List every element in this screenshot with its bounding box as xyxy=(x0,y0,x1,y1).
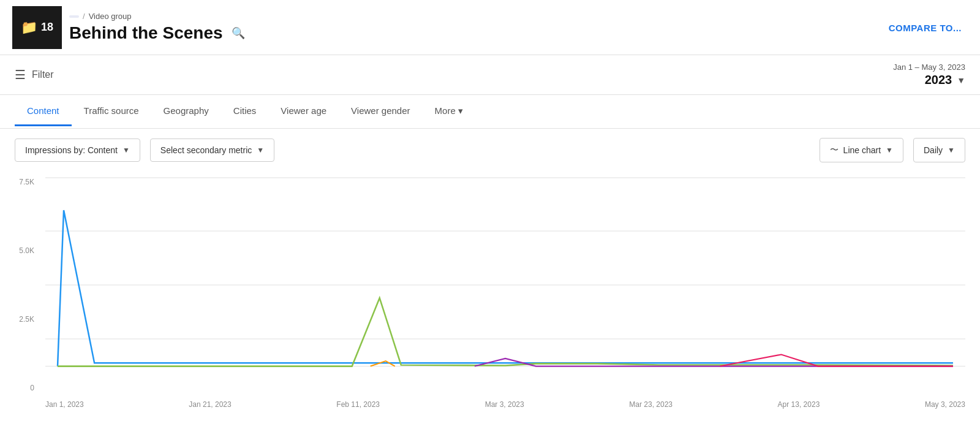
folder-badge[interactable]: 📁 18 xyxy=(12,6,62,49)
breadcrumb-parent[interactable] xyxy=(69,15,79,18)
primary-metric-label: Impressions by: Content xyxy=(25,145,118,155)
line-chart-icon: 〜 xyxy=(830,145,839,156)
y-label-75k: 7.5K xyxy=(15,178,39,186)
tab-more-label: More xyxy=(435,105,456,116)
tab-viewer-gender[interactable]: Viewer gender xyxy=(339,97,422,126)
interval-arrow: ▼ xyxy=(948,146,955,154)
page-title: Behind the Scenes xyxy=(69,23,223,43)
x-label-mar3: Mar 3, 2023 xyxy=(485,400,524,409)
tabs-bar: Content Traffic source Geography Cities … xyxy=(0,95,980,129)
folder-count: 18 xyxy=(41,21,53,34)
tab-cities[interactable]: Cities xyxy=(221,97,269,126)
compare-to-button[interactable]: COMPARE TO... xyxy=(889,22,962,32)
x-label-jan21: Jan 21, 2023 xyxy=(189,400,231,409)
date-year: 2023 xyxy=(925,73,952,87)
date-picker[interactable]: Jan 1 – May 3, 2023 2023 ▼ xyxy=(893,63,965,87)
filter-icon[interactable]: ☰ xyxy=(15,67,26,82)
tab-content[interactable]: Content xyxy=(15,97,72,126)
secondary-metric-arrow: ▼ xyxy=(257,146,264,154)
folder-icon: 📁 xyxy=(21,20,37,36)
x-label-mar23: Mar 23, 2023 xyxy=(629,400,673,409)
primary-metric-arrow: ▼ xyxy=(123,146,130,154)
chart-type-label: Line chart xyxy=(843,145,881,155)
y-label-50k: 5.0K xyxy=(15,246,39,255)
date-dropdown-arrow[interactable]: ▼ xyxy=(957,75,965,85)
x-axis: Jan 1, 2023 Jan 21, 2023 Feb 11, 2023 Ma… xyxy=(45,392,965,417)
y-label-0: 0 xyxy=(15,384,39,392)
date-range: Jan 1 – May 3, 2023 xyxy=(893,63,965,72)
x-label-apr13: Apr 13, 2023 xyxy=(778,400,820,409)
interval-label: Daily xyxy=(924,145,943,155)
tab-more[interactable]: More ▾ xyxy=(423,97,475,127)
tab-more-chevron: ▾ xyxy=(458,105,463,116)
breadcrumb-current: Video group xyxy=(89,12,132,21)
controls-bar: Impressions by: Content ▼ Select seconda… xyxy=(0,129,980,172)
secondary-metric-label: Select secondary metric xyxy=(160,145,252,155)
tab-traffic-source[interactable]: Traffic source xyxy=(72,97,151,126)
x-label-feb11: Feb 11, 2023 xyxy=(336,400,380,409)
breadcrumb-separator: / xyxy=(83,12,85,21)
search-button[interactable]: 🔍 xyxy=(229,24,247,42)
date-year-row: 2023 ▼ xyxy=(925,73,965,87)
chart-area: 7.5K 5.0K 2.5K 0 xyxy=(0,172,980,429)
secondary-metric-dropdown[interactable]: Select secondary metric ▼ xyxy=(150,139,274,162)
chart-type-arrow: ▼ xyxy=(886,146,893,154)
filter-label[interactable]: Filter xyxy=(32,69,54,80)
interval-dropdown[interactable]: Daily ▼ xyxy=(913,138,965,162)
tab-geography[interactable]: Geography xyxy=(151,97,221,126)
x-label-jan1: Jan 1, 2023 xyxy=(45,400,84,409)
chart-svg xyxy=(45,178,965,392)
primary-metric-dropdown[interactable]: Impressions by: Content ▼ xyxy=(15,139,140,162)
filter-bar: ☰ Filter Jan 1 – May 3, 2023 2023 ▼ xyxy=(0,55,980,95)
filter-left: ☰ Filter xyxy=(15,67,54,82)
chart-container: 7.5K 5.0K 2.5K 0 xyxy=(15,172,965,417)
chart-plot xyxy=(45,178,965,392)
title-row: Behind the Scenes 🔍 xyxy=(69,23,247,43)
breadcrumb: / Video group xyxy=(69,12,247,21)
breadcrumb-area: / Video group Behind the Scenes 🔍 xyxy=(69,12,247,43)
header: 📁 18 / Video group Behind the Scenes 🔍 C… xyxy=(0,0,980,55)
y-label-25k: 2.5K xyxy=(15,315,39,324)
x-label-may3: May 3, 2023 xyxy=(925,400,965,409)
controls-left: Impressions by: Content ▼ Select seconda… xyxy=(15,139,274,162)
y-axis: 7.5K 5.0K 2.5K 0 xyxy=(15,178,39,392)
controls-right: 〜 Line chart ▼ Daily ▼ xyxy=(820,138,965,162)
tab-viewer-age[interactable]: Viewer age xyxy=(268,97,339,126)
chart-type-dropdown[interactable]: 〜 Line chart ▼ xyxy=(820,138,903,162)
